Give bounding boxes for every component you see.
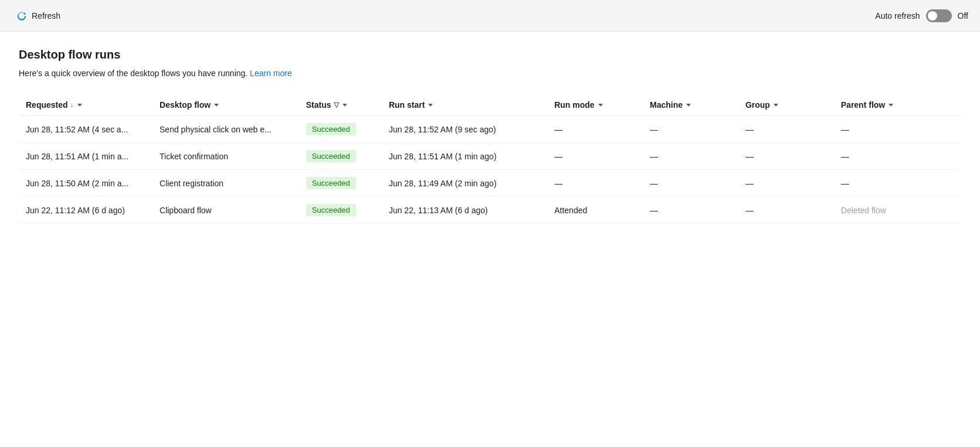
col-header-group[interactable]: Group xyxy=(738,94,834,116)
toggle-slider xyxy=(926,9,952,22)
main-content: Desktop flow runs Here's a quick overvie… xyxy=(0,32,980,447)
col-header-machine[interactable]: Machine xyxy=(643,94,738,116)
cell-parent_flow: Deleted flow xyxy=(834,197,961,224)
cell-status: Succeeded xyxy=(299,143,382,170)
table-row[interactable]: Jun 28, 11:52 AM (4 sec a...Send physica… xyxy=(19,116,961,143)
col-group-label: Group xyxy=(745,100,770,110)
col-requested-label: Requested xyxy=(26,100,68,110)
cell-requested: Jun 28, 11:50 AM (2 min a... xyxy=(19,170,152,197)
col-header-run-start[interactable]: Run start xyxy=(382,94,547,116)
col-run-start-label: Run start xyxy=(389,100,425,110)
data-table: Requested ↓ Desktop flow Status ▽ xyxy=(19,94,961,224)
toolbar-left: Refresh xyxy=(12,8,65,23)
description-text: Here's a quick overview of the desktop f… xyxy=(19,69,247,78)
cell-group: — xyxy=(738,170,834,197)
cell-requested: Jun 22, 11:12 AM (6 d ago) xyxy=(19,197,152,224)
refresh-icon xyxy=(16,11,27,21)
cell-run_start: Jun 28, 11:52 AM (9 sec ago) xyxy=(382,116,547,143)
cell-status: Succeeded xyxy=(299,197,382,224)
chevron-down-icon xyxy=(598,104,603,107)
table-row[interactable]: Jun 28, 11:51 AM (1 min a...Ticket confi… xyxy=(19,143,961,170)
col-run-mode-label: Run mode xyxy=(554,100,594,110)
col-header-run-mode[interactable]: Run mode xyxy=(547,94,643,116)
cell-machine: — xyxy=(643,170,738,197)
status-badge: Succeeded xyxy=(306,150,356,162)
toolbar: Refresh Auto refresh Off xyxy=(0,0,980,32)
chevron-down-icon xyxy=(686,104,691,107)
cell-run_mode: — xyxy=(547,116,643,143)
col-header-desktop-flow[interactable]: Desktop flow xyxy=(152,94,299,116)
cell-run_mode: Attended xyxy=(547,197,643,224)
cell-group: — xyxy=(738,197,834,224)
chevron-down-icon xyxy=(77,104,82,107)
cell-run_start: Jun 22, 11:13 AM (6 d ago) xyxy=(382,197,547,224)
table-row[interactable]: Jun 22, 11:12 AM (6 d ago)Clipboard flow… xyxy=(19,197,961,224)
table-body: Jun 28, 11:52 AM (4 sec a...Send physica… xyxy=(19,116,961,224)
col-header-parent-flow[interactable]: Parent flow xyxy=(834,94,961,116)
chevron-down-icon xyxy=(774,104,778,107)
cell-machine: — xyxy=(643,116,738,143)
cell-run_start: Jun 28, 11:49 AM (2 min ago) xyxy=(382,170,547,197)
toolbar-right: Auto refresh Off xyxy=(875,9,968,22)
chevron-down-icon xyxy=(428,104,433,107)
auto-refresh-label: Auto refresh xyxy=(875,11,920,21)
cell-run_mode: — xyxy=(547,143,643,170)
col-status-label: Status xyxy=(306,100,331,110)
cell-requested: Jun 28, 11:52 AM (4 sec a... xyxy=(19,116,152,143)
cell-desktop_flow: Ticket confirmation xyxy=(152,143,299,170)
header-row: Requested ↓ Desktop flow Status ▽ xyxy=(19,94,961,116)
status-badge: Succeeded xyxy=(306,123,356,135)
cell-requested: Jun 28, 11:51 AM (1 min a... xyxy=(19,143,152,170)
col-header-requested[interactable]: Requested ↓ xyxy=(19,94,152,116)
col-machine-label: Machine xyxy=(650,100,683,110)
cell-desktop_flow: Client registration xyxy=(152,170,299,197)
refresh-button[interactable]: Refresh xyxy=(12,8,65,23)
cell-parent_flow: — xyxy=(834,116,961,143)
page-description: Here's a quick overview of the desktop f… xyxy=(19,69,961,78)
auto-refresh-toggle[interactable] xyxy=(926,9,952,22)
col-parent-flow-label: Parent flow xyxy=(841,100,885,110)
chevron-down-icon xyxy=(889,104,893,107)
cell-parent_flow: — xyxy=(834,143,961,170)
col-desktop-flow-label: Desktop flow xyxy=(160,100,211,110)
table-header: Requested ↓ Desktop flow Status ▽ xyxy=(19,94,961,116)
page-title: Desktop flow runs xyxy=(19,48,961,62)
col-header-status[interactable]: Status ▽ xyxy=(299,94,382,116)
cell-machine: — xyxy=(643,143,738,170)
cell-run_start: Jun 28, 11:51 AM (1 min ago) xyxy=(382,143,547,170)
cell-parent_flow: — xyxy=(834,170,961,197)
learn-more-link[interactable]: Learn more xyxy=(250,69,292,78)
cell-status: Succeeded xyxy=(299,116,382,143)
sort-asc-icon: ↓ xyxy=(70,101,74,109)
cell-group: — xyxy=(738,143,834,170)
deleted-flow-text: Deleted flow xyxy=(841,206,886,215)
chevron-down-icon xyxy=(214,104,219,107)
status-badge: Succeeded xyxy=(306,204,356,216)
toggle-off-label: Off xyxy=(958,11,968,21)
cell-machine: — xyxy=(643,197,738,224)
cell-group: — xyxy=(738,116,834,143)
cell-status: Succeeded xyxy=(299,170,382,197)
refresh-label: Refresh xyxy=(32,11,60,21)
chevron-down-icon xyxy=(343,104,347,107)
cell-run_mode: — xyxy=(547,170,643,197)
cell-desktop_flow: Clipboard flow xyxy=(152,197,299,224)
table-row[interactable]: Jun 28, 11:50 AM (2 min a...Client regis… xyxy=(19,170,961,197)
status-badge: Succeeded xyxy=(306,177,356,189)
cell-desktop_flow: Send physical click on web e... xyxy=(152,116,299,143)
filter-icon: ▽ xyxy=(334,101,339,109)
